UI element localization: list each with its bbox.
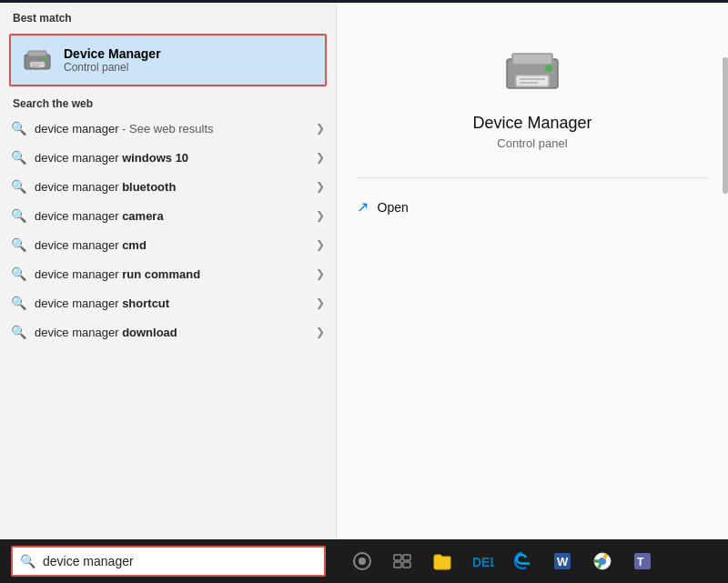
search-bar-container: 🔍 bbox=[0, 539, 337, 583]
chevron-icon: ❯ bbox=[316, 122, 325, 135]
search-web-label: Search the web bbox=[0, 92, 336, 114]
chrome-button[interactable] bbox=[584, 543, 621, 579]
right-panel: Device Manager Control panel ↗︎ Open bbox=[337, 3, 728, 539]
best-match-subtitle: Control panel bbox=[64, 61, 161, 74]
svg-rect-4 bbox=[32, 64, 43, 65]
taskbar-icons: DELL W bbox=[337, 539, 728, 583]
svg-point-23 bbox=[600, 558, 605, 564]
svg-point-9 bbox=[545, 65, 552, 72]
best-match-title: Device Manager bbox=[64, 46, 161, 61]
web-result-item[interactable]: 🔍 device manager camera ❯ bbox=[0, 201, 336, 230]
chevron-icon: ❯ bbox=[316, 151, 325, 164]
right-panel-subtitle: Control panel bbox=[497, 136, 567, 150]
svg-point-3 bbox=[43, 57, 46, 61]
right-panel-icon bbox=[496, 39, 569, 103]
best-match-label: Best match bbox=[0, 3, 336, 30]
chevron-icon: ❯ bbox=[316, 238, 325, 251]
search-result-icon: 🔍 bbox=[11, 296, 25, 310]
svg-text:DELL: DELL bbox=[472, 555, 494, 569]
chevron-icon: ❯ bbox=[316, 326, 325, 338]
right-panel-divider bbox=[357, 177, 709, 178]
web-result-item[interactable]: 🔍 device manager - See web results ❯ bbox=[0, 114, 336, 143]
left-panel: Best match Device Manager Control panel … bbox=[0, 3, 337, 539]
svg-rect-7 bbox=[512, 54, 552, 65]
chevron-icon: ❯ bbox=[316, 297, 325, 309]
open-icon: ↗︎ bbox=[357, 198, 369, 216]
best-match-item[interactable]: Device Manager Control panel bbox=[9, 34, 327, 86]
search-bar-wrapper[interactable]: 🔍 bbox=[11, 546, 326, 577]
svg-point-13 bbox=[359, 558, 366, 565]
search-result-icon: 🔍 bbox=[11, 325, 25, 339]
web-result-item[interactable]: 🔍 device manager run command ❯ bbox=[0, 259, 336, 288]
chevron-icon: ❯ bbox=[316, 180, 325, 193]
search-result-icon: 🔍 bbox=[11, 266, 25, 281]
search-result-icon: 🔍 bbox=[11, 121, 25, 136]
open-action[interactable]: ↗︎ Open bbox=[357, 193, 709, 221]
search-result-icon: 🔍 bbox=[11, 237, 25, 252]
search-bar-icon: 🔍 bbox=[20, 554, 35, 568]
svg-rect-5 bbox=[32, 65, 39, 66]
web-result-item[interactable]: 🔍 device manager download ❯ bbox=[0, 317, 336, 347]
svg-text:T: T bbox=[637, 556, 644, 568]
dell-button[interactable]: DELL bbox=[464, 543, 500, 579]
edge-button[interactable] bbox=[504, 543, 541, 579]
web-result-item[interactable]: 🔍 device manager bluetooth ❯ bbox=[0, 172, 336, 201]
scrollbar[interactable] bbox=[723, 57, 728, 194]
search-result-icon: 🔍 bbox=[11, 150, 25, 165]
cortana-button[interactable] bbox=[344, 543, 380, 579]
svg-rect-15 bbox=[403, 555, 410, 560]
web-result-item[interactable]: 🔍 device manager cmd ❯ bbox=[0, 230, 336, 259]
open-label: Open bbox=[378, 200, 409, 215]
search-input[interactable] bbox=[43, 554, 317, 568]
svg-rect-8 bbox=[516, 75, 549, 86]
svg-rect-11 bbox=[520, 82, 538, 84]
search-result-icon: 🔍 bbox=[11, 208, 25, 223]
teams-button[interactable]: T bbox=[624, 543, 661, 579]
svg-rect-14 bbox=[394, 555, 401, 560]
search-popup: Best match Device Manager Control panel … bbox=[0, 3, 728, 539]
svg-rect-17 bbox=[403, 562, 410, 568]
web-result-item[interactable]: 🔍 device manager windows 10 ❯ bbox=[0, 143, 336, 172]
taskbar: 🔍 bbox=[0, 539, 728, 583]
svg-rect-16 bbox=[394, 562, 401, 568]
device-manager-icon bbox=[20, 43, 55, 77]
file-explorer-button[interactable] bbox=[424, 543, 460, 579]
svg-rect-1 bbox=[28, 51, 46, 56]
task-view-button[interactable] bbox=[384, 543, 420, 579]
web-result-item[interactable]: 🔍 device manager shortcut ❯ bbox=[0, 288, 336, 317]
search-result-icon: 🔍 bbox=[11, 179, 25, 194]
best-match-text: Device Manager Control panel bbox=[64, 46, 161, 74]
svg-rect-10 bbox=[520, 78, 545, 80]
word-button[interactable]: W bbox=[544, 543, 581, 579]
svg-text:W: W bbox=[557, 555, 569, 568]
chevron-icon: ❯ bbox=[316, 267, 325, 280]
web-results-list: 🔍 device manager - See web results ❯ 🔍 d… bbox=[0, 114, 336, 347]
right-panel-title: Device Manager bbox=[472, 114, 592, 133]
chevron-icon: ❯ bbox=[316, 209, 325, 222]
